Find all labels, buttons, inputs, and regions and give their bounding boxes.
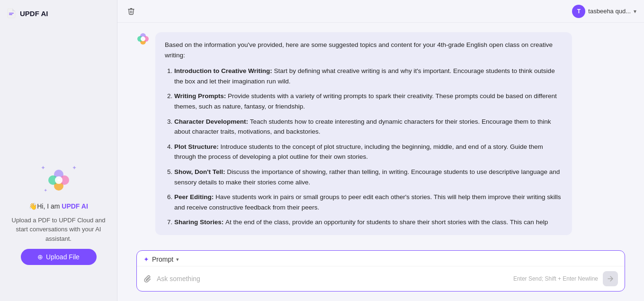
attach-button[interactable] — [143, 274, 152, 283]
ask-input[interactable] — [157, 275, 509, 283]
list-item: Writing Prompts: Provide students with a… — [174, 91, 563, 111]
prompt-label: Prompt — [152, 255, 173, 263]
sidebar-welcome: ✦ ✦ ✦ 👋Hi, I am UPDF AI Upload a PDF to … — [6, 164, 111, 265]
attach-icon — [143, 274, 152, 283]
main-panel: T tasbeeha qud... ▾ Based on the informa… — [117, 0, 644, 301]
prompt-sparkle-icon: ✦ — [143, 255, 149, 263]
user-avatar: T — [572, 5, 585, 18]
ai-avatar-icon — [136, 32, 150, 46]
upload-file-button[interactable]: ⊕ Upload File — [21, 249, 97, 265]
upload-icon: ⊕ — [37, 253, 43, 261]
input-bottom-bar: Enter Send; Shift + Enter Newline — [137, 266, 625, 291]
send-hint: Enter Send; Shift + Enter Newline — [513, 275, 598, 282]
list-item: Plot Structure: Introduce students to th… — [174, 142, 563, 162]
send-icon — [607, 275, 614, 282]
header-right: T tasbeeha qud... ▾ — [572, 5, 636, 18]
user-name: tasbeeha qud... — [588, 8, 631, 15]
input-area: ✦ Prompt ▾ Enter Send; Shift + Enter New… — [117, 245, 644, 301]
input-box: ✦ Prompt ▾ Enter Send; Shift + Enter New… — [136, 250, 625, 292]
clear-chat-button[interactable] — [125, 5, 137, 18]
prompt-dropdown-chevron[interactable]: ▾ — [176, 256, 179, 263]
ai-message-bubble: Based on the information you've provided… — [155, 32, 572, 235]
sparkle-bl-icon: ✦ — [44, 188, 47, 193]
sidebar-description: Upload a PDF to UPDF Cloud and start con… — [6, 216, 111, 244]
input-top-bar: ✦ Prompt ▾ — [137, 251, 625, 266]
list-item: Introduction to Creative Writing: Start … — [174, 66, 563, 86]
svg-point-11 — [141, 36, 145, 41]
sidebar: UPDF AI ✦ ✦ ✦ 👋Hi, I am UPDF AI Upload a… — [0, 0, 117, 301]
list-item: Sharing Stories: At the end of the class… — [174, 217, 563, 228]
ai-message-avatar — [136, 32, 150, 46]
header-left — [125, 5, 137, 18]
svg-point-6 — [55, 176, 63, 184]
message-intro: Based on the information you've provided… — [165, 40, 563, 60]
updf-logo-icon — [6, 8, 17, 19]
svg-rect-1 — [9, 14, 12, 15]
app-logo: UPDF AI — [6, 8, 48, 19]
updf-ai-logo — [46, 168, 71, 192]
user-menu-chevron[interactable]: ▾ — [634, 8, 636, 15]
header: T tasbeeha qud... ▾ — [117, 0, 644, 23]
ai-message-row: Based on the information you've provided… — [136, 32, 625, 235]
ai-icon-area: ✦ ✦ ✦ — [40, 164, 78, 197]
list-item: Show, Don't Tell: Discuss the importance… — [174, 167, 563, 187]
sparkle-tl-icon: ✦ — [41, 164, 45, 171]
chat-area: Based on the information you've provided… — [117, 23, 644, 245]
trash-icon — [127, 7, 135, 16]
app-name: UPDF AI — [20, 9, 48, 18]
list-item: Peer Editing: Have students work in pair… — [174, 192, 563, 212]
list-item: Character Development: Teach students ho… — [174, 117, 563, 137]
sparkle-tr-icon: ✦ — [72, 164, 77, 171]
greeting-text: 👋Hi, I am UPDF AI — [29, 202, 88, 210]
brand-name: UPDF AI — [62, 202, 88, 210]
message-list: Introduction to Creative Writing: Start … — [165, 66, 563, 228]
svg-rect-0 — [9, 13, 14, 14]
send-button[interactable] — [603, 271, 618, 286]
